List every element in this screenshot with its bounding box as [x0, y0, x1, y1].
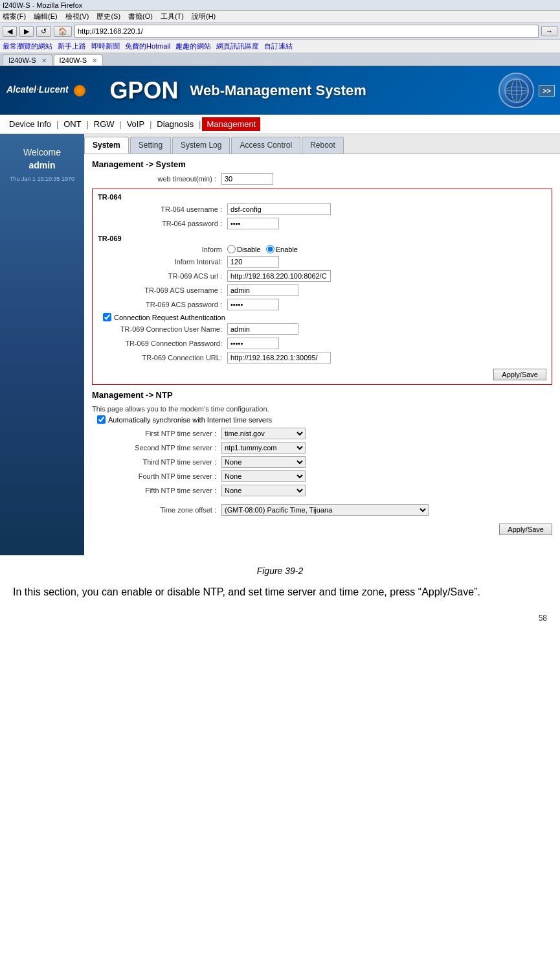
menu-file[interactable]: 檔案(F)	[3, 12, 26, 21]
menu-tools[interactable]: 工具(T)	[161, 12, 184, 21]
acs-username-label: TR-069 ACS username :	[98, 286, 227, 294]
mgmt-ntp-title: Management -> NTP	[92, 390, 552, 400]
inform-interval-label: Inform Interval:	[98, 258, 227, 266]
acs-url-label: TR-069 ACS url :	[98, 272, 227, 280]
auto-sync-label: Automatically synchronise with Internet …	[108, 416, 272, 424]
body-paragraph: In this section, you can enable or disab…	[13, 584, 547, 601]
sep-3: |	[118, 120, 123, 129]
tab-close-1[interactable]: ✕	[41, 57, 47, 64]
third-server-label: Third NTP time server :	[92, 458, 221, 466]
second-server-label: Second NTP time server :	[92, 444, 221, 452]
top-menu: Device Info | ONT | RGW | VoIP | Diagnos…	[0, 115, 560, 134]
inform-disable-radio[interactable]	[227, 245, 236, 253]
browser-tab-2[interactable]: I240W-S ✕	[54, 54, 104, 65]
web-timeout-input[interactable]	[221, 173, 273, 185]
header-banner: Alcatel·Lucent GPON Web-Management Syste…	[0, 66, 560, 115]
inform-enable-label: Enable	[266, 245, 298, 253]
web-mgmt-text: Web-Management System	[190, 82, 366, 99]
timezone-row: Time zone offset : (GMT-08:00) Pacific T…	[92, 504, 552, 516]
menu-bookmarks[interactable]: 書籤(O)	[128, 12, 153, 21]
arrow-button[interactable]: >>	[539, 85, 555, 97]
sidebar-welcome: Welcome	[23, 147, 61, 157]
conn-url-label: TR-069 Connection URL:	[98, 354, 227, 362]
figure-caption: Figure 39-2	[0, 566, 560, 576]
content-area: System Setting System Log Access Control…	[84, 134, 560, 555]
conn-request-auth-label: Connection Request Authentication	[114, 314, 225, 321]
timezone-select[interactable]: (GMT-08:00) Pacific Time, Tijuana	[221, 504, 429, 516]
apply-row-2: Apply/Save	[92, 521, 552, 535]
conn-url-input[interactable]	[227, 352, 331, 363]
first-server-label: First NTP time server :	[92, 430, 221, 437]
menu-management[interactable]: Management	[202, 117, 260, 131]
alcatel-logo: Alcatel·Lucent	[6, 84, 85, 96]
tr064-username-row: TR-064 username :	[98, 203, 546, 215]
go-button[interactable]: →	[541, 26, 557, 36]
tab-system-log[interactable]: System Log	[172, 137, 230, 154]
auto-sync-checkbox[interactable]	[97, 415, 106, 424]
acs-password-row: TR-069 ACS password :	[98, 299, 546, 310]
menu-rgw[interactable]: RGW	[90, 118, 118, 130]
menu-voip[interactable]: VoIP	[123, 118, 148, 130]
menu-diagnosis[interactable]: Diagnosis	[153, 118, 197, 130]
fifth-server-select[interactable]: None	[221, 485, 306, 496]
tr064-username-input[interactable]	[227, 203, 331, 215]
tab-setting[interactable]: Setting	[130, 137, 171, 154]
menu-device-info[interactable]: Device Info	[5, 118, 55, 130]
back-button[interactable]: ◀	[3, 26, 17, 37]
menu-history[interactable]: 歷史(S)	[96, 12, 120, 21]
menu-view[interactable]: 檢視(V)	[65, 12, 89, 21]
inform-disable-text: Disable	[237, 246, 261, 253]
tab-reboot[interactable]: Reboot	[302, 137, 344, 154]
sidebar: Welcome admin Thu Jan 1 10:10:35 1970	[0, 134, 84, 555]
tr064-password-input[interactable]	[227, 218, 279, 229]
tab-access-control[interactable]: Access Control	[231, 137, 300, 154]
inform-label: Inform	[98, 246, 227, 253]
fourth-server-select[interactable]: None	[221, 470, 306, 482]
bookmark-popular[interactable]: 最常瀏覽的網站	[3, 41, 52, 51]
bookmark-newbie[interactable]: 新手上路	[58, 41, 86, 51]
tab-close-2[interactable]: ✕	[92, 57, 97, 64]
browser-menubar: 檔案(F) 編輯(E) 檢視(V) 歷史(S) 書籤(O) 工具(T) 說明(H…	[0, 11, 560, 23]
body-text: In this section, you can enable or disab…	[0, 584, 560, 601]
second-server-row: Second NTP time server : ntp1.tummy.com	[92, 442, 552, 454]
bookmark-fun[interactable]: 趣趣的網站	[175, 41, 211, 51]
forward-button[interactable]: ▶	[19, 26, 34, 37]
bookmark-news[interactable]: 即時新聞	[91, 41, 120, 51]
acs-url-input[interactable]	[227, 270, 331, 282]
lucent-circle	[74, 85, 85, 97]
menu-edit[interactable]: 編輯(E)	[34, 12, 58, 21]
bookmark-web[interactable]: 網頁訊訊區度	[216, 41, 259, 51]
conn-username-input[interactable]	[227, 323, 298, 335]
tr064-title: TR-064	[98, 193, 546, 201]
first-server-select[interactable]: time.nist.gov	[221, 428, 306, 439]
browser-tab-1[interactable]: I240W-S ✕	[3, 54, 52, 65]
bookmark-hotmail[interactable]: 免費的Hotmail	[125, 41, 170, 51]
acs-username-input[interactable]	[227, 284, 298, 296]
conn-password-input[interactable]	[227, 338, 279, 349]
menu-ont[interactable]: ONT	[60, 118, 85, 130]
bookmark-custom[interactable]: 自訂連結	[264, 41, 293, 51]
third-server-select[interactable]: None	[221, 456, 306, 468]
apply-save-button-1[interactable]: Apply/Save	[493, 369, 546, 380]
browser-tabs: I240W-S ✕ I240W-S ✕	[0, 53, 560, 66]
tab-system[interactable]: System	[84, 137, 129, 154]
menu-help[interactable]: 說明(H)	[192, 12, 216, 21]
sidebar-datetime: Thu Jan 1 10:10:35 1970	[10, 176, 74, 182]
conn-request-auth-checkbox[interactable]	[103, 313, 111, 321]
fifth-server-label: Fifth NTP time server :	[92, 487, 221, 494]
inform-enable-radio[interactable]	[266, 245, 274, 253]
acs-username-row: TR-069 ACS username :	[98, 284, 546, 296]
mgmt-system-title: Management -> System	[92, 159, 552, 169]
gpon-text: GPON	[110, 77, 179, 104]
acs-password-input[interactable]	[227, 299, 279, 310]
sidebar-username: admin	[28, 160, 55, 170]
first-server-row: First NTP time server : time.nist.gov	[92, 428, 552, 439]
conn-username-label: TR-069 Connection User Name:	[98, 325, 227, 333]
browser-titlebar: I240W-S - Mozilla Firefox	[0, 0, 560, 11]
address-bar[interactable]	[74, 25, 539, 38]
reload-button[interactable]: ↺	[36, 26, 51, 37]
home-button[interactable]: 🏠	[54, 26, 72, 37]
apply-save-button-2[interactable]: Apply/Save	[499, 524, 552, 535]
second-server-select[interactable]: ntp1.tummy.com	[221, 442, 306, 454]
inform-interval-input[interactable]	[227, 256, 279, 268]
